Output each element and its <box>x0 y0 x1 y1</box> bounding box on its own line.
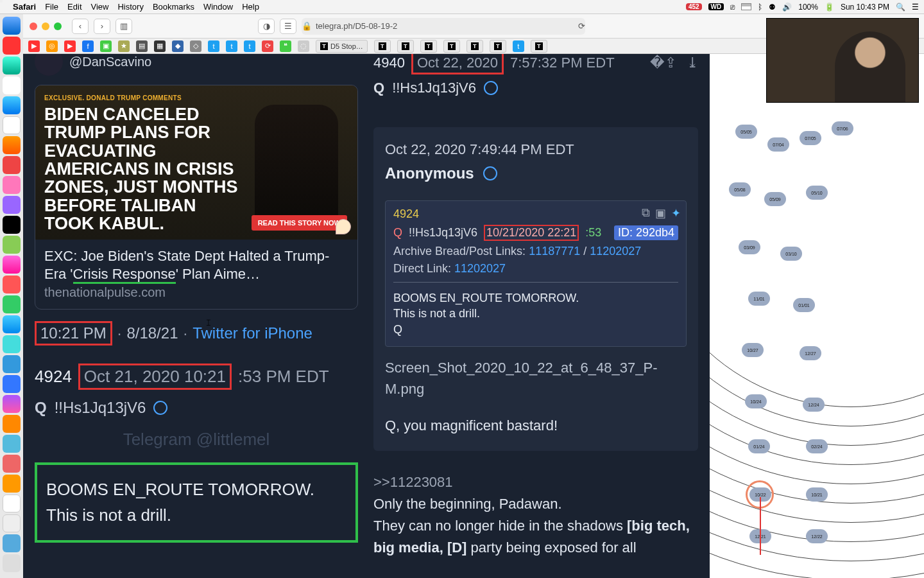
dock-help-icon[interactable] <box>3 475 21 493</box>
dock-podcasts-icon[interactable] <box>3 196 21 214</box>
tab-t[interactable]: T <box>490 40 506 53</box>
dock-app-icon[interactable] <box>3 514 21 532</box>
reader-button[interactable]: ☰ <box>280 19 296 34</box>
dock-app-icon[interactable] <box>3 495 21 512</box>
copy-icon[interactable]: ⧉ <box>642 206 650 220</box>
dock-trash-icon[interactable] <box>3 554 21 572</box>
wd-badge[interactable]: WD <box>708 3 724 10</box>
menu-bookmarks[interactable]: Bookmarks <box>153 2 194 12</box>
webcam-overlay[interactable] <box>766 18 919 103</box>
bk-twitter3-icon[interactable]: t <box>244 40 255 52</box>
bk-twitter2-icon[interactable]: t <box>226 40 237 52</box>
tab-t[interactable]: T <box>443 40 460 53</box>
bk-green-icon[interactable]: ▣ <box>100 40 112 52</box>
dock-messenger-icon[interactable] <box>3 395 21 413</box>
dock-calendar-icon[interactable] <box>3 116 21 134</box>
menu-help[interactable]: Help <box>242 2 259 12</box>
dock-app-icon[interactable] <box>3 236 21 254</box>
bk-icon-9[interactable]: ◇ <box>190 40 201 52</box>
dock-app-icon[interactable] <box>3 176 21 194</box>
menu-edit[interactable]: Edit <box>67 2 81 12</box>
menu-window[interactable]: Window <box>203 2 233 12</box>
dock-safari-icon[interactable] <box>3 96 21 114</box>
wifi-icon[interactable]: ⚉ <box>769 3 776 12</box>
spotlight-icon[interactable]: 🔍 <box>896 3 905 12</box>
dock-app-icon[interactable] <box>3 435 21 453</box>
share-icon[interactable]: �⇪ <box>650 55 676 71</box>
tweet-source-link[interactable]: Twitter for iPhone <box>193 324 312 342</box>
link-icon[interactable] <box>480 163 500 183</box>
dock-app-icon[interactable] <box>3 156 21 174</box>
dock-app-icon[interactable] <box>3 415 21 433</box>
reply-ref-number[interactable]: >>11223081 <box>373 471 698 493</box>
tab-t[interactable]: T <box>397 40 414 53</box>
forward-button[interactable]: › <box>94 19 110 34</box>
bk-icon-7[interactable]: ▦ <box>154 40 166 52</box>
dock-news-icon[interactable] <box>3 276 21 293</box>
dock-messages-icon[interactable] <box>3 57 21 74</box>
shield-button[interactable]: ◑ <box>258 19 275 34</box>
control-center-icon[interactable]: ☰ <box>912 3 919 12</box>
address-bar[interactable]: 🔒 telegra.ph/D5-08-19-2 ⟳ <box>302 18 585 35</box>
bk-icon-5[interactable]: ★ <box>118 40 130 52</box>
archive-link-b[interactable]: 11202027 <box>590 245 641 258</box>
clock[interactable]: Sun 10:43 PM <box>841 3 889 12</box>
dock-app-icon[interactable] <box>3 295 21 313</box>
dock-finder-icon[interactable] <box>3 17 21 35</box>
download-icon[interactable]: ⤓ <box>687 55 698 71</box>
bk-youtube2-icon[interactable]: ▶ <box>64 40 76 52</box>
bk-youtube-icon[interactable]: ▶ <box>28 40 40 52</box>
minimize-button[interactable] <box>42 22 49 30</box>
tab-t[interactable]: T <box>531 40 547 53</box>
tweet-card[interactable]: EXCLUSIVE. DONALD TRUMP COMMENTS BIDEN C… <box>35 85 358 310</box>
bk-green2-icon[interactable]: ❝ <box>280 40 291 52</box>
link-icon[interactable] <box>151 398 171 417</box>
bk-grey-icon[interactable]: ◌ <box>298 40 309 52</box>
dock-app-icon[interactable] <box>3 455 21 473</box>
battery-icon[interactable]: 🔋 <box>825 3 834 12</box>
link-icon[interactable] <box>481 78 501 98</box>
tab-active[interactable]: TD5 Stop… <box>316 40 368 53</box>
bk-red-icon[interactable]: ⟳ <box>262 40 273 52</box>
bk-twitter4-icon[interactable]: t <box>513 40 524 52</box>
bk-facebook-icon[interactable]: f <box>82 40 94 52</box>
menu-view[interactable]: View <box>91 2 109 12</box>
close-button[interactable] <box>30 22 37 30</box>
zoom-button[interactable] <box>54 22 62 30</box>
dock-app-icon[interactable] <box>3 76 21 94</box>
bluetooth-icon[interactable]: ᛒ <box>758 3 762 12</box>
tab-t[interactable]: T <box>374 40 391 53</box>
direct-link[interactable]: 11202027 <box>454 262 506 275</box>
dock-app-icon[interactable] <box>3 136 21 154</box>
image-icon[interactable]: ▣ <box>655 206 666 220</box>
dock-appstore-icon[interactable] <box>3 315 21 333</box>
plus-icon[interactable]: ✦ <box>671 206 681 220</box>
menu-file[interactable]: File <box>45 2 58 12</box>
clock-chip: 12/27 <box>800 346 821 360</box>
input-flag-icon[interactable] <box>741 3 751 10</box>
dock-tv-icon[interactable] <box>3 216 21 234</box>
app-name[interactable]: Safari <box>13 2 36 12</box>
notification-badge[interactable]: 452 <box>686 3 702 10</box>
dock-zoom-icon[interactable] <box>3 375 21 393</box>
tab-t[interactable]: T <box>466 40 483 53</box>
archive-link-a[interactable]: 11187771 <box>529 245 580 258</box>
dock-app-icon[interactable] <box>3 534 21 552</box>
reload-icon[interactable]: ⟳ <box>578 21 585 31</box>
tab-t[interactable]: T <box>420 40 437 53</box>
airplay-icon[interactable]: ⎚ <box>730 3 735 12</box>
bk-twitter-icon[interactable]: t <box>208 40 219 52</box>
menu-history[interactable]: History <box>117 2 143 12</box>
volume-icon[interactable]: 🔊 <box>782 3 792 12</box>
bk-icon-8[interactable]: ◆ <box>172 40 184 52</box>
bk-icon-6[interactable]: ▤ <box>136 40 148 52</box>
dock-app-icon[interactable] <box>3 335 21 353</box>
dock-telegram-icon[interactable] <box>3 355 21 373</box>
attachment-filename[interactable]: Screen_Shot_2020_10_22_at_6_48_37_P-M.pn… <box>385 357 687 399</box>
dock-music-icon[interactable] <box>3 256 21 274</box>
sidebar-button[interactable]: ▥ <box>116 19 132 34</box>
back-button[interactable]: ‹ <box>72 19 89 34</box>
bk-icon[interactable]: ◎ <box>46 40 58 52</box>
read-story-button[interactable]: READ THIS STORY NOW <box>252 215 347 231</box>
dock-youtube-icon[interactable] <box>3 37 21 55</box>
